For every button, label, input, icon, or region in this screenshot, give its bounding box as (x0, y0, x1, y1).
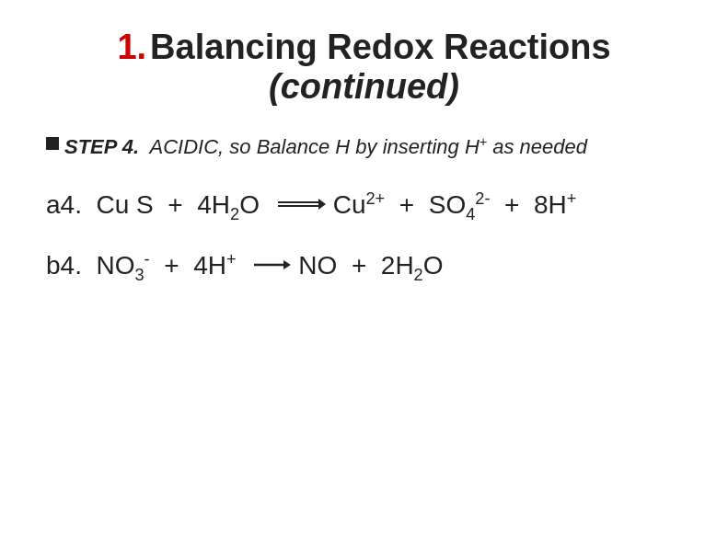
title-block: 1.Balancing Redox Reactions (continued) (46, 28, 682, 107)
reaction-a4-products: Cu2+ + SO42- + 8H+ (333, 189, 577, 224)
step-text: STEP 4. ACIDIC, so Balance H by insertin… (64, 132, 587, 162)
step-label: STEP 4. (64, 135, 139, 158)
reaction-b4-products: NO + 2H2O (298, 251, 443, 285)
reaction-b4-label: b4. NO3- + 4H+ (46, 250, 243, 285)
reaction-b4: b4. NO3- + 4H+ NO + 2H2O (46, 250, 682, 285)
bullet-icon (46, 137, 59, 150)
reaction-a4: a4. Cu S + 4H2O Cu2+ + SO42- + 8H+ (46, 189, 682, 224)
svg-marker-2 (318, 199, 326, 210)
slide: 1.Balancing Redox Reactions (continued) … (0, 0, 728, 560)
svg-marker-4 (283, 260, 291, 269)
step-block: STEP 4. ACIDIC, so Balance H by insertin… (46, 132, 682, 162)
title-line2: (continued) (46, 67, 682, 107)
reaction-a4-label: a4. Cu S + 4H2O (46, 190, 267, 224)
title-text-line1: Balancing Redox Reactions (150, 28, 610, 66)
title-number: 1. (117, 28, 146, 66)
arrow-b4-icon (254, 256, 291, 274)
arrow-a4-icon (278, 195, 326, 213)
title-line1: 1.Balancing Redox Reactions (46, 28, 682, 67)
